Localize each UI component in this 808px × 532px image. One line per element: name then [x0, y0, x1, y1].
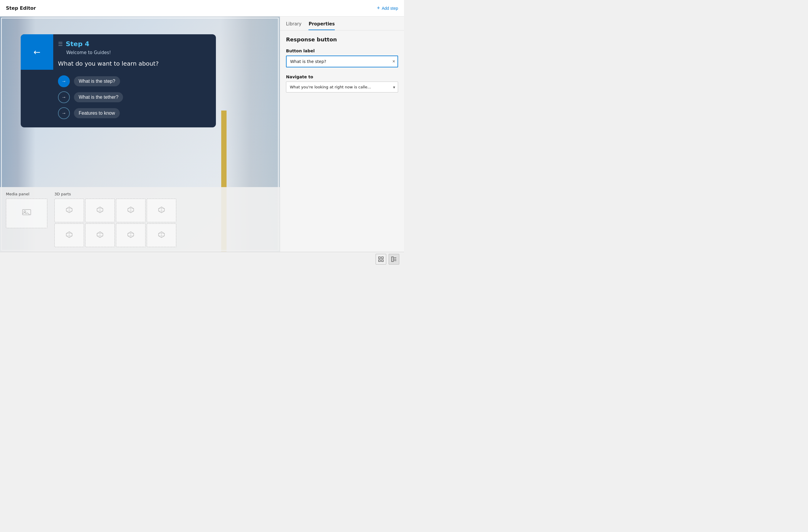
step-list-icon: ☰	[58, 41, 63, 47]
part-cell-5[interactable]	[85, 224, 115, 247]
response-circle-2: →	[58, 107, 70, 119]
response-button-1[interactable]: → What is the tether?	[58, 91, 209, 103]
part-icon-1	[96, 206, 104, 215]
step-question: What do you want to learn about?	[58, 60, 209, 67]
back-arrow-icon: ←	[33, 47, 40, 57]
navigate-to-wrapper: What you're looking at right now is call…	[286, 81, 398, 93]
panel-tabs: Library Properties	[280, 17, 404, 31]
part-icon-0	[65, 206, 73, 215]
response-arrow-icon-1: →	[61, 95, 66, 100]
response-circle-1: →	[58, 91, 70, 103]
parts-panel-group: 3D parts	[54, 192, 176, 247]
response-label-1: What is the tether?	[74, 92, 123, 102]
svg-rect-5	[382, 260, 383, 262]
canvas-area: ← ☰ Step 4 Welcome to Guides! What do yo…	[0, 17, 280, 252]
response-arrow-icon-0: →	[61, 79, 66, 84]
part-icon-6	[127, 230, 135, 240]
svg-point-1	[24, 211, 26, 212]
response-label-0: What is the step?	[74, 76, 120, 86]
part-icon-2	[127, 206, 135, 215]
navigate-to-select[interactable]: What you're looking at right now is call…	[286, 81, 398, 93]
part-cell-3[interactable]	[147, 198, 176, 222]
media-cell-0[interactable]	[6, 198, 47, 228]
bottom-section: Media panel	[0, 187, 280, 252]
grid-icon	[378, 256, 384, 262]
svg-rect-0	[22, 210, 31, 215]
right-panel: Library Properties Response button Butto…	[280, 17, 404, 252]
step-content: ☰ Step 4 Welcome to Guides! What do you …	[53, 34, 216, 127]
panel-body: Response button Button label × Navigate …	[280, 31, 404, 106]
response-button-2[interactable]: → Features to know	[58, 107, 209, 119]
panel-section-title: Response button	[286, 36, 398, 42]
bottom-toolbar	[0, 252, 404, 266]
part-cell-0[interactable]	[54, 198, 84, 222]
parts-grid	[54, 198, 176, 247]
media-icon	[22, 209, 31, 218]
svg-rect-2	[379, 257, 380, 259]
part-cell-1[interactable]	[85, 198, 115, 222]
response-label-2: Features to know	[74, 108, 120, 118]
media-grid	[6, 198, 47, 228]
part-icon-5	[96, 230, 104, 240]
tab-library[interactable]: Library	[286, 21, 301, 30]
media-panel-group: Media panel	[6, 192, 47, 247]
button-label-field-label: Button label	[286, 49, 398, 53]
step-header: ☰ Step 4	[58, 40, 209, 48]
button-label-input-wrapper: ×	[286, 56, 398, 68]
part-cell-4[interactable]	[54, 224, 84, 247]
list-icon	[391, 256, 397, 262]
part-icon-4	[65, 230, 73, 240]
response-circle-0: →	[58, 75, 70, 87]
navigate-to-field-label: Navigate to	[286, 75, 398, 79]
back-button[interactable]: ←	[21, 34, 53, 70]
svg-rect-4	[379, 260, 380, 262]
tab-properties[interactable]: Properties	[309, 21, 334, 30]
part-cell-6[interactable]	[116, 224, 146, 247]
page-title: Step Editor	[6, 5, 36, 11]
svg-rect-3	[382, 257, 383, 259]
bottom-panels: Media panel	[6, 192, 274, 247]
add-step-button[interactable]: + Add step	[377, 5, 398, 11]
top-bar: Step Editor + Add step	[0, 0, 404, 17]
response-arrow-icon-2: →	[61, 111, 66, 116]
step-subtitle: Welcome to Guides!	[66, 50, 209, 55]
list-view-button[interactable]	[389, 254, 399, 265]
part-cell-2[interactable]	[116, 198, 146, 222]
grid-view-button[interactable]	[375, 254, 386, 265]
clear-button[interactable]: ×	[390, 56, 398, 66]
response-button-0[interactable]: → What is the step?	[58, 75, 209, 87]
media-panel-label: Media panel	[6, 192, 47, 196]
step-label: Step 4	[66, 40, 89, 48]
step-card: ← ☰ Step 4 Welcome to Guides! What do yo…	[21, 34, 216, 127]
part-icon-3	[157, 206, 166, 215]
main-layout: ← ☰ Step 4 Welcome to Guides! What do yo…	[0, 17, 404, 252]
plus-icon: +	[377, 5, 380, 11]
parts-panel-label: 3D parts	[54, 192, 176, 196]
svg-rect-6	[391, 257, 393, 262]
part-icon-7	[157, 230, 166, 240]
button-label-input[interactable]	[287, 56, 390, 67]
add-step-label: Add step	[382, 6, 398, 11]
response-buttons-list: → What is the step? → What is the tether…	[58, 75, 209, 119]
part-cell-7[interactable]	[147, 224, 176, 247]
